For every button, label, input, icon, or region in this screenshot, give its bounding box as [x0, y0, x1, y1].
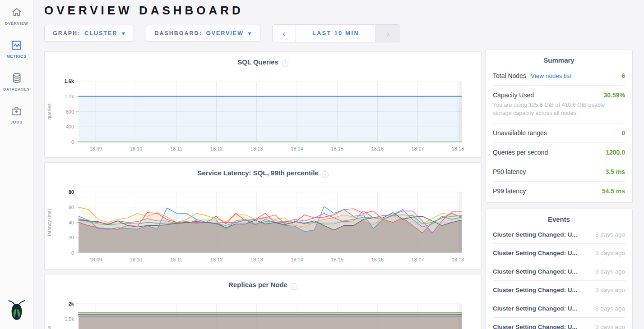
svg-text:18:15: 18:15 — [331, 257, 343, 262]
qps-value: 1200.0 — [606, 149, 625, 156]
event-time: 3 days ago — [595, 287, 625, 293]
p99-latency-value: 54.5 ms — [602, 187, 625, 195]
chart-card-replicas-per-node: Replicas per Nodei 18:0918:1018:1118:121… — [44, 274, 482, 329]
summary-panel: Summary Total Nodes View nodes list 6 Ca… — [485, 50, 633, 203]
event-row: Cluster Setting Changed: U... 3 days ago — [493, 244, 625, 262]
chart-title: Service Latency: SQL, 99th percentilei — [45, 169, 481, 178]
briefcase-icon — [10, 104, 23, 118]
chevron-right-icon: › — [386, 28, 389, 39]
summary-row-p99-latency: P99 latency 54.5 ms — [493, 182, 625, 201]
event-time: 3 days ago — [595, 305, 625, 312]
summary-row-p50-latency: P50 latency 3.5 ms — [493, 162, 625, 182]
capacity-used-value: 30.59% — [604, 91, 625, 99]
svg-text:60: 60 — [69, 205, 74, 210]
svg-text:20: 20 — [69, 235, 74, 240]
events-panel: Events Cluster Setting Changed: U... 3 d… — [485, 209, 633, 329]
replicas-per-node-chart[interactable]: 18:0918:1018:1118:1218:1318:1418:1518:16… — [45, 297, 481, 329]
svg-text:18:18: 18:18 — [452, 257, 464, 262]
svg-text:18:10: 18:10 — [130, 146, 143, 151]
time-range-selector: ‹ LAST 10 MIN › — [272, 24, 400, 42]
summary-row-capacity-used: Capacity Used 30.59% You are using 125.6… — [493, 86, 625, 123]
svg-text:18:11: 18:11 — [170, 146, 182, 151]
event-time: 3 days ago — [595, 268, 625, 275]
sidebar-item-overview[interactable]: OVERVIEW — [5, 5, 28, 26]
sidebar-item-label: DATABASES — [3, 87, 30, 91]
info-icon[interactable]: i — [322, 171, 329, 178]
sidebar-item-label: JOBS — [10, 120, 22, 124]
svg-text:18:09: 18:09 — [89, 146, 102, 151]
event-time: 3 days ago — [595, 250, 625, 256]
summary-row-queries-per-second: Queries per second 1200.0 — [493, 143, 625, 162]
home-icon — [10, 5, 23, 19]
dashboard-dropdown-value: OVERVIEW — [206, 30, 244, 37]
graph-dropdown[interactable]: GRAPH: CLUSTER ▾ — [44, 25, 134, 42]
sidebar-item-jobs[interactable]: JOBS — [10, 104, 23, 124]
chart-card-sql-queries: SQL Queriesi 18:0918:1018:1118:1218:1318… — [44, 51, 482, 158]
event-text: Cluster Setting Changed: U... — [493, 287, 577, 293]
summary-title: Summary — [493, 56, 625, 66]
sidebar-item-metrics[interactable]: METRICS — [7, 38, 27, 59]
event-text: Cluster Setting Changed: U... — [493, 250, 577, 256]
sidebar-item-databases[interactable]: DATABASES — [3, 71, 30, 91]
time-next-button[interactable]: › — [375, 25, 400, 42]
svg-text:18:14: 18:14 — [291, 146, 303, 151]
p50-latency-value: 3.5 ms — [605, 168, 625, 175]
p99-latency-label: P99 latency — [493, 187, 526, 195]
svg-text:2k: 2k — [69, 301, 74, 306]
time-prev-button[interactable]: ‹ — [273, 25, 296, 42]
svg-text:0: 0 — [71, 250, 74, 256]
svg-text:18:13: 18:13 — [250, 146, 263, 151]
svg-text:1.6k: 1.6k — [65, 78, 74, 84]
view-nodes-list-link[interactable]: View nodes list — [531, 73, 571, 79]
cockroach-logo — [7, 297, 26, 324]
page-title: OVERVIEW DASHBOARD — [44, 4, 482, 18]
chart-title: Replicas per Nodei — [45, 281, 481, 290]
unavailable-ranges-value: 0 — [621, 129, 625, 137]
event-text: Cluster Setting Changed: U... — [493, 268, 577, 275]
svg-text:800: 800 — [66, 109, 74, 114]
summary-row-total-nodes: Total Nodes View nodes list 6 — [493, 66, 625, 86]
main-content: OVERVIEW DASHBOARD GRAPH: CLUSTER ▾ DASH… — [44, 0, 482, 329]
capacity-used-subtext: You are using 125.6 GiB of 410.6 GiB usa… — [493, 101, 615, 117]
info-icon[interactable]: i — [282, 60, 288, 67]
graph-dropdown-value: CLUSTER — [84, 30, 117, 37]
service-latency-chart[interactable]: 18:0918:1018:1118:1218:1318:1418:1518:16… — [45, 186, 481, 265]
svg-text:18:15: 18:15 — [331, 146, 343, 151]
svg-text:18:12: 18:12 — [210, 146, 223, 151]
svg-text:18:17: 18:17 — [412, 257, 424, 262]
svg-text:40: 40 — [69, 220, 74, 225]
p50-latency-label: P50 latency — [493, 168, 526, 175]
event-row: Cluster Setting Changed: U... 3 days ago — [493, 281, 625, 299]
chart-card-service-latency: Service Latency: SQL, 99th percentilei 1… — [44, 162, 482, 270]
sql-queries-chart[interactable]: 18:0918:1018:1118:1218:1318:1418:1518:16… — [45, 75, 481, 154]
svg-text:0: 0 — [71, 139, 74, 145]
svg-text:latency (ms): latency (ms) — [46, 209, 52, 236]
chevron-down-icon: ▾ — [122, 30, 125, 37]
capacity-used-label: Capacity Used — [493, 91, 534, 99]
svg-text:18:16: 18:16 — [371, 257, 384, 262]
event-row: Cluster Setting Changed: U... 3 days ago — [493, 225, 625, 244]
chart-title: SQL Queriesi — [45, 58, 481, 67]
svg-text:18:09: 18:09 — [89, 257, 102, 262]
event-text: Cluster Setting Changed: U... — [493, 305, 577, 312]
metrics-chart-icon — [9, 38, 23, 52]
svg-text:1.2k: 1.2k — [65, 94, 74, 99]
svg-text:400: 400 — [66, 124, 74, 129]
dashboard-dropdown-label: DASHBOARD: — [154, 30, 202, 37]
chevron-down-icon: ▾ — [248, 30, 252, 37]
svg-text:18:14: 18:14 — [291, 257, 303, 262]
event-text: Cluster Setting Changed: U... — [493, 231, 577, 238]
chevron-left-icon: ‹ — [283, 28, 286, 39]
svg-text:queries: queries — [46, 103, 52, 120]
svg-text:18:17: 18:17 — [412, 146, 424, 151]
right-column: Summary Total Nodes View nodes list 6 Ca… — [485, 50, 633, 329]
total-nodes-value: 6 — [621, 72, 625, 79]
svg-text:80: 80 — [69, 189, 74, 195]
total-nodes-label: Total Nodes — [493, 72, 526, 79]
app-sidebar: OVERVIEW METRICS DATABASES — [0, 0, 33, 329]
dashboard-dropdown[interactable]: DASHBOARD: OVERVIEW ▾ — [146, 25, 260, 42]
svg-text:18:13: 18:13 — [250, 257, 263, 262]
info-icon[interactable]: i — [291, 283, 297, 290]
controls-bar: GRAPH: CLUSTER ▾ DASHBOARD: OVERVIEW ▾ ‹… — [44, 24, 482, 42]
time-range-button[interactable]: LAST 10 MIN — [296, 25, 375, 42]
